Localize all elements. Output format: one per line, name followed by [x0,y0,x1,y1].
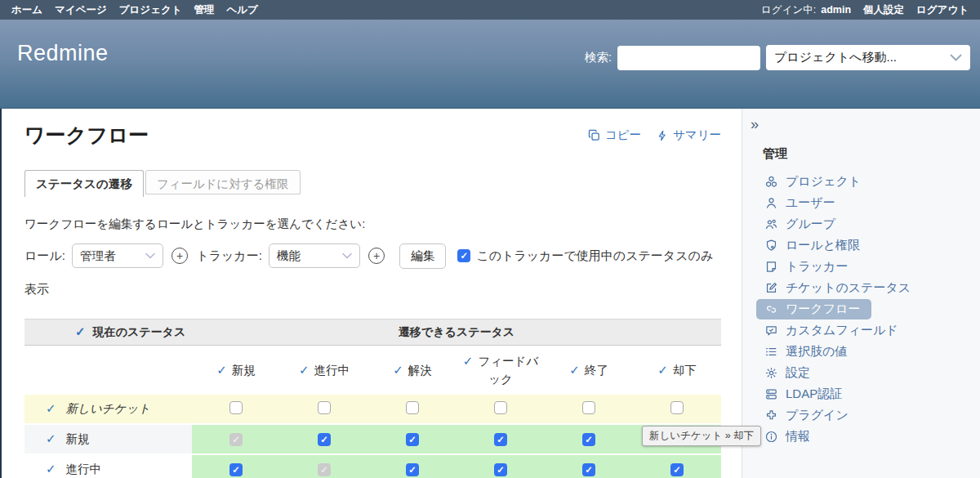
logout-link[interactable]: ログアウト [916,3,969,17]
top-menu-help[interactable]: ヘルプ [227,3,258,17]
logged-in-username: admin [821,4,851,16]
copy-label: コピー [605,127,641,143]
main-content: ワークフロー コピー サマリー ステータスの遷移 フィールドに対する権限 ワーク… [0,109,742,478]
row-label: 新しいチケット [66,402,151,415]
sidebar-item-label: ロールと権限 [786,238,860,253]
table-row: 新しいチケット [24,395,721,425]
sidebar-item-enumerations[interactable]: 選択肢の値 [756,342,855,362]
transition-checkbox[interactable] [670,401,684,414]
sidebar-item-groups[interactable]: グループ [756,214,844,235]
sidebar-item-ldap[interactable]: LDAP認証 [756,384,850,404]
table-row: 進行中 [24,455,721,478]
role-label: ロール: [24,248,65,262]
sidebar-item-trackers[interactable]: トラッカー [756,257,856,277]
column-header: 終了 [545,346,633,395]
app-title: Redmine [17,41,109,66]
sidebar-heading: 管理 [763,146,980,162]
toggle-column-icon[interactable] [299,364,310,377]
toggle-column-icon[interactable] [657,364,668,377]
tracker-select-value: 機能 [277,239,301,272]
toggle-column-icon[interactable] [569,364,580,377]
top-menu-my-page[interactable]: マイページ [55,3,107,17]
sidebar-item-label: ワークフロー [786,302,860,317]
toggle-row-icon[interactable] [46,402,56,415]
sidebar-item-roles[interactable]: ロールと権限 [756,235,868,256]
column-header: 解決 [368,346,457,395]
search-input[interactable] [617,46,760,70]
sidebar-item-label: プロジェクト [786,174,861,190]
copy-icon [587,128,601,142]
transition-checkbox[interactable] [494,433,507,446]
collapse-sidebar-icon[interactable]: » [751,116,759,133]
sidebar-item-issue-statuses[interactable]: チケットのステータス [756,278,919,298]
transition-checkbox[interactable] [582,401,595,414]
sidebar-item-projects[interactable]: プロジェクト [756,172,869,192]
sidebar-item-label: カスタムフィールド [786,323,898,338]
transition-checkbox[interactable] [582,433,595,446]
sidebar-item-custom-fields[interactable]: カスタムフィールド [756,320,906,341]
toggle-row-icon[interactable] [46,432,56,445]
transition-checkbox[interactable] [406,401,419,414]
tracker-select[interactable]: 機能 [269,243,360,268]
row-label: 新規 [66,432,90,445]
summary-icon [656,129,669,142]
transition-checkbox [229,433,243,446]
transition-checkbox[interactable] [494,463,507,476]
tab-fields-permissions[interactable]: フィールドに対する権限 [145,170,301,194]
toggle-row-icon[interactable] [46,462,56,476]
transition-checkbox[interactable] [494,401,507,414]
transition-checkbox[interactable] [229,463,243,476]
transition-checkbox[interactable] [318,401,331,414]
top-menu-home[interactable]: ホーム [11,3,42,17]
transition-checkbox[interactable] [670,463,684,476]
sidebar-item-plugins[interactable]: プラグイン [756,405,857,426]
sidebar-item-workflow[interactable]: ワークフロー [756,299,871,319]
tracker-label: トラッカー: [196,248,262,262]
transition-checkbox[interactable] [318,433,331,446]
page-title: ワークフロー [24,122,149,149]
settings-icon [764,366,778,380]
top-menu-admin[interactable]: 管理 [194,3,215,17]
project-jump-select[interactable]: プロジェクトへ移動... [766,45,970,70]
tab-status-transitions[interactable]: ステータスの遷移 [24,170,144,197]
sidebar-item-users[interactable]: ユーザー [756,193,844,213]
roles-icon [764,239,778,252]
toggle-column-icon[interactable] [393,364,403,377]
empty-header-cell [24,346,192,395]
only-used-statuses-checkbox[interactable] [457,249,470,262]
workflow-table: 現在のステータス 遷移できるステータス 新規 進行中 解決 フィードバック 終了… [24,319,721,478]
summary-link[interactable]: サマリー [656,127,721,143]
search-label: 検索: [585,50,612,65]
transition-checkbox[interactable] [582,463,595,476]
transition-checkbox[interactable] [229,401,243,414]
groups-icon [764,217,778,231]
ldap-icon [764,387,778,401]
transition-checkbox[interactable] [406,463,419,476]
issue-statuses-icon [764,281,778,295]
top-menu-projects[interactable]: プロジェクト [119,3,182,17]
toggle-column-icon[interactable] [216,364,227,377]
add-role-button[interactable] [172,248,188,264]
users-icon [764,196,778,210]
my-account-link[interactable]: 個人設定 [863,3,904,17]
column-header: 新規 [192,346,280,395]
table-row: 新規 [24,425,721,455]
edit-button[interactable]: 編集 [399,243,446,269]
sidebar-item-label: トラッカー [786,259,848,275]
toggle-all-rows-icon[interactable] [75,325,86,338]
sidebar-item-label: 情報 [786,429,810,444]
plugins-icon [764,409,778,422]
copy-link[interactable]: コピー [587,127,641,143]
sidebar-item-label: LDAP認証 [786,386,842,402]
toggle-column-icon[interactable] [463,355,474,368]
role-select[interactable]: 管理者 [72,243,163,268]
sidebar-item-settings[interactable]: 設定 [756,363,818,383]
add-tracker-button[interactable] [368,248,385,264]
transition-checkbox[interactable] [406,433,419,446]
info-icon [764,430,778,444]
intro-text: ワークフローを編集するロールとトラッカーを選んでください: [24,217,721,232]
sidebar-item-information[interactable]: 情報 [756,427,818,447]
row-label: 進行中 [66,462,102,476]
summary-label: サマリー [673,127,721,143]
current-status-header: 現在のステータス [93,325,186,338]
